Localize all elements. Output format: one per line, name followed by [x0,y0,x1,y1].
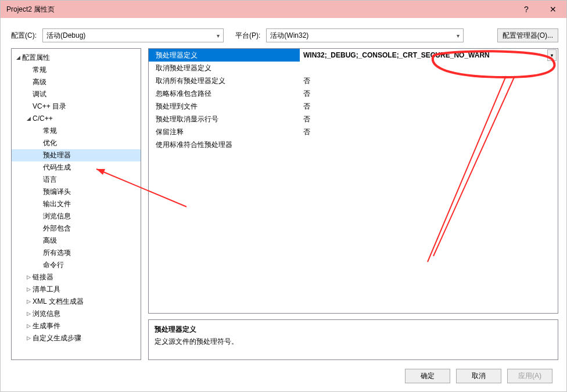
prop-name: 忽略标准包含路径 [156,89,211,99]
prop-name: 使用标准符合性预处理器 [156,140,232,150]
config-label: 配置(C): [11,31,37,41]
tree-item-cpp-precomp[interactable]: 预编译头 [12,186,141,198]
tree-item-buildevents[interactable]: ▷生成事件 [12,320,141,332]
chevron-down-icon: ▾ [217,33,220,39]
tree-item-advanced[interactable]: 高级 [12,76,141,88]
description-body: 定义源文件的预处理符号。 [155,337,552,347]
grid-row[interactable]: 忽略标准包含路径否 [149,87,558,100]
category-tree[interactable]: ◢配置属性 常规 高级 调试 VC++ 目录 ◢C/C++ 常规 优化 预处理器… [11,48,141,360]
grid-row[interactable]: 取消所有预处理器定义否 [149,74,558,87]
config-combobox[interactable]: 活动(Debug) ▾ [42,28,224,42]
tree-item-cpp-cmdline[interactable]: 命令行 [12,259,141,271]
platform-value: 活动(Win32) [270,31,308,41]
prop-name: 取消预处理器定义 [156,63,211,73]
tree-item-cpp-advanced[interactable]: 高级 [12,235,141,247]
prop-value: 否 [303,127,310,137]
tree-item-xmldoc[interactable]: ▷XML 文档生成器 [12,296,141,308]
prop-name: 预处理取消显示行号 [156,114,218,124]
close-button[interactable]: ✕ [540,1,566,18]
tree-item-cpp-browse[interactable]: 浏览信息 [12,210,141,222]
grid-row[interactable]: 预处理到文件否 [149,100,558,113]
tree-item-general[interactable]: 常规 [12,64,141,76]
help-button[interactable]: ? [513,1,540,18]
prop-value: 否 [303,114,310,124]
config-manager-button[interactable]: 配置管理器(O)... [497,28,558,42]
grid-row-selected[interactable]: 预处理器定义 WIN32;_DEBUG;_CONSOLE;_CRT_SECURE… [149,49,558,62]
prop-value: 否 [303,102,310,112]
tree-item-cpp-language[interactable]: 语言 [12,174,141,186]
tree-item-custombuild[interactable]: ▷自定义生成步骤 [12,332,141,344]
tree-item-browseinfo[interactable]: ▷浏览信息 [12,308,141,320]
tree-item-manifest[interactable]: ▷清单工具 [12,283,141,296]
cancel-button[interactable]: 取消 [456,369,501,383]
grid-row[interactable]: 使用标准符合性预处理器 [149,138,558,151]
prop-name: 预处理到文件 [156,102,198,112]
tree-item-cpp-optimize[interactable]: 优化 [12,137,141,149]
description-title: 预处理器定义 [155,325,552,335]
grid-row[interactable]: 预处理取消显示行号否 [149,113,558,125]
tree-item-linker[interactable]: ▷链接器 [12,271,141,283]
prop-value: 否 [303,89,310,99]
tree-item-cpp-alloptions[interactable]: 所有选项 [12,247,141,259]
tree-item-cpp-general[interactable]: 常规 [12,125,141,137]
prop-name: 预处理器定义 [156,51,198,60]
tree-item-debug[interactable]: 调试 [12,88,141,100]
prop-value: WIN32;_DEBUG;_CONSOLE;_CRT_SECURE_NO_WAR… [303,51,490,59]
apply-button[interactable]: 应用(A) [507,369,552,383]
tree-item-cpp-codegen[interactable]: 代码生成 [12,161,141,174]
ok-button[interactable]: 确定 [405,369,450,383]
config-value: 活动(Debug) [46,31,85,41]
tree-item-cpp-preprocessor[interactable]: 预处理器 [12,149,141,161]
prop-name: 保留注释 [156,127,184,137]
config-toolbar: 配置(C): 活动(Debug) ▾ 平台(P): 活动(Win32) ▾ 配置… [1,18,566,48]
platform-label: 平台(P): [235,31,260,41]
grid-row[interactable]: 取消预处理器定义 [149,62,558,74]
tree-item-cpp[interactable]: ◢C/C++ [12,113,141,125]
tree-item-vcdirs[interactable]: VC++ 目录 [12,100,141,113]
title-bar: Project2 属性页 ? ✕ [1,1,566,18]
prop-name: 取消所有预处理器定义 [156,76,225,86]
tree-root[interactable]: ◢配置属性 [12,52,141,64]
property-grid[interactable]: 预处理器定义 WIN32;_DEBUG;_CONSOLE;_CRT_SECURE… [148,48,558,314]
grid-row[interactable]: 保留注释否 [149,125,558,138]
dialog-footer: 确定 取消 应用(A) [1,360,566,391]
window-title: Project2 属性页 [6,5,513,15]
prop-value: 否 [303,76,310,86]
dropdown-button[interactable]: ▾ [547,49,557,61]
chevron-down-icon: ▾ [457,33,460,39]
platform-combobox[interactable]: 活动(Win32) ▾ [266,28,464,42]
tree-item-cpp-output[interactable]: 输出文件 [12,198,141,210]
tree-item-cpp-extinclude[interactable]: 外部包含 [12,222,141,235]
description-panel: 预处理器定义 定义源文件的预处理符号。 [148,319,558,360]
